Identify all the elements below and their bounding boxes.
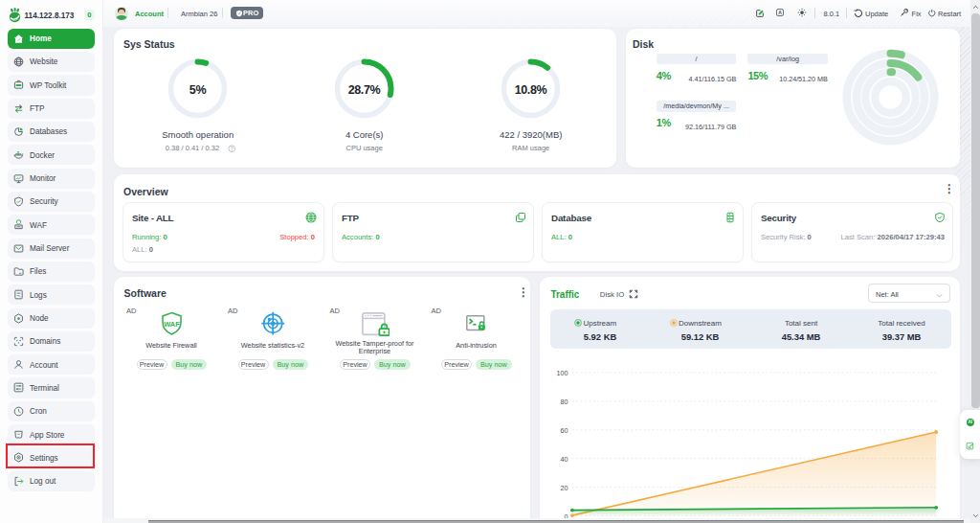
svg-text:60: 60 [561,426,568,435]
svg-text:A: A [778,10,782,15]
svg-text:WAF: WAF [164,320,180,329]
svg-text:100: 100 [557,369,568,377]
svg-text:10.8%: 10.8% [515,83,547,97]
svg-text:20: 20 [561,484,568,492]
svg-text:28.7%: 28.7% [348,83,381,97]
svg-text:5%: 5% [189,83,207,97]
svg-text:40: 40 [561,455,568,464]
svg-text:80: 80 [561,398,568,406]
